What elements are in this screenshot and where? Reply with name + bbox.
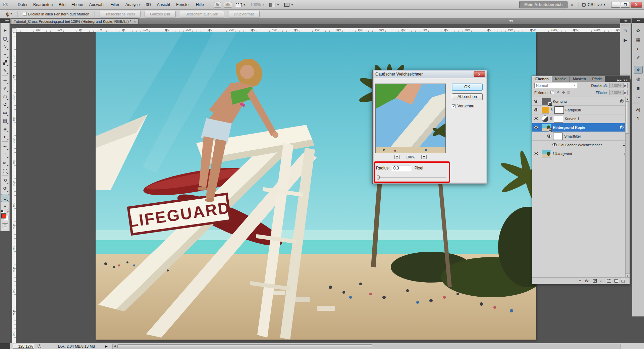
layer-thumbnail[interactable] — [542, 98, 551, 105]
eye-icon[interactable] — [534, 108, 538, 111]
pen-tool[interactable]: ✒ — [1, 142, 9, 150]
layer-mask-thumbnail[interactable] — [554, 115, 563, 122]
slider-track[interactable] — [377, 177, 446, 178]
new-group-icon[interactable] — [607, 280, 611, 283]
opacity-slider-button[interactable]: ▶ — [624, 83, 628, 88]
workspace-expander[interactable]: » — [571, 2, 573, 7]
hscroll-thumb[interactable] — [117, 344, 372, 348]
paragraph-panel-icon[interactable]: ¶ — [634, 114, 643, 122]
type-tool[interactable]: T — [1, 150, 9, 158]
filter-preview[interactable] — [375, 84, 446, 153]
opacity-value[interactable]: 100% — [609, 83, 624, 88]
lock-position-icon[interactable]: ✛ — [562, 90, 565, 95]
layer-thumbnail[interactable] — [542, 107, 549, 113]
channels-panel-icon[interactable]: ◍ — [634, 75, 643, 83]
layers-panel-icon-icon[interactable]: ❖ — [634, 66, 643, 74]
layer-mask-thumbnail[interactable] — [554, 106, 564, 114]
eye-icon[interactable] — [552, 143, 557, 146]
move-tool[interactable]: ➤ — [1, 26, 9, 34]
lock-all-icon[interactable]: ⚿ — [568, 91, 570, 95]
eye-icon[interactable] — [534, 152, 538, 155]
dock-collapse-button[interactable]: ◀◀ — [632, 18, 644, 23]
history-panel-icon[interactable]: ↷ — [621, 27, 630, 35]
fill-value[interactable]: 100% — [609, 90, 624, 95]
dock-grip[interactable] — [621, 24, 630, 26]
status-zoom-field[interactable]: 128,12% — [13, 344, 34, 349]
color-panel-icon[interactable]: ✿ — [634, 27, 643, 35]
character-panel-icon[interactable]: A| — [634, 105, 643, 113]
eyedropper-tool[interactable]: ✎ — [1, 66, 9, 74]
cs-live-dropdown[interactable]: CS Live ▼ — [582, 2, 606, 7]
bridge-button[interactable]: Br — [214, 2, 221, 8]
layer-row[interactable]: 8Farbpush — [532, 106, 630, 114]
layer-thumbnail[interactable] — [542, 150, 551, 157]
eraser-tool[interactable]: ▭ — [1, 108, 9, 116]
default-colors-icon[interactable] — [2, 211, 4, 213]
zoom-in-button[interactable]: + — [421, 155, 427, 159]
layer-style-icon[interactable]: fx. — [585, 279, 589, 283]
layer-thumbnail[interactable] — [553, 133, 562, 140]
radius-input[interactable] — [392, 165, 411, 171]
delete-layer-icon[interactable] — [622, 280, 625, 283]
swap-colors-icon[interactable]: ⇄ — [7, 210, 9, 213]
visibility-cell[interactable] — [532, 123, 540, 132]
crop-tool[interactable]: ▞ — [1, 58, 9, 66]
menu-analyse[interactable]: Analyse — [122, 0, 143, 10]
visibility-cell[interactable] — [532, 141, 540, 149]
clone-stamp-tool[interactable]: ☖ — [1, 92, 9, 100]
tab-pfade[interactable]: Pfade — [589, 76, 605, 82]
visibility-cell[interactable] — [532, 97, 540, 105]
menu-ansicht[interactable]: Ansicht — [154, 0, 173, 10]
option-button-0[interactable]: Tatsächliche Pixel — [100, 11, 140, 17]
quick-mask-button[interactable] — [2, 223, 8, 228]
add-mask-icon[interactable] — [593, 279, 597, 283]
dialog-close-button[interactable]: x — [474, 71, 485, 77]
document-tab[interactable]: Tutorial_Cross Processing.psd bei 128% (… — [11, 18, 139, 24]
adjustment-layer-icon[interactable]: ◐. — [600, 279, 603, 283]
brush-presets-panel-icon[interactable]: ✐ — [634, 54, 643, 62]
dodge-tool[interactable]: ◐ — [1, 133, 9, 141]
radius-slider[interactable] — [377, 176, 446, 180]
options-grip[interactable] — [1, 11, 3, 17]
mini-bridge-button[interactable]: Mb — [224, 2, 232, 8]
tools-collapse-button[interactable]: ▶▶ — [0, 18, 10, 23]
tab-kanäle[interactable]: Kanäle — [552, 76, 570, 82]
quick-selection-tool[interactable]: ✶ — [1, 50, 9, 58]
menu-hilfe[interactable]: Hilfe — [193, 0, 207, 10]
3d-orbit-tool[interactable]: ⟳ — [1, 184, 9, 192]
ruler-origin-box[interactable] — [12, 28, 16, 32]
arrange-documents-dropdown[interactable]: ▼ — [269, 3, 279, 7]
dock-grip[interactable] — [633, 63, 643, 65]
path-selection-tool[interactable]: ▻ — [1, 158, 9, 166]
layer-row[interactable]: Körnung▼ — [532, 97, 630, 106]
preview-checkbox[interactable] — [452, 104, 455, 108]
lasso-tool[interactable]: ∿ — [1, 42, 9, 50]
zoom-tool[interactable]: ⚲ — [1, 202, 9, 210]
screen-mode-dropdown[interactable]: ▼ — [284, 3, 293, 7]
visibility-cell[interactable] — [532, 114, 540, 123]
history-brush-tool[interactable]: ↺ — [1, 100, 9, 108]
toolbar-grip[interactable] — [1, 23, 9, 26]
horizontal-ruler[interactable]: 1501005005010015020025030035040045050055… — [16, 28, 621, 32]
brush-tool[interactable]: ✐ — [1, 84, 9, 92]
vertical-ruler[interactable]: 0501001502002503003504004505005506006507… — [12, 32, 16, 349]
masks-panel-icon[interactable]: ◙ — [634, 84, 643, 92]
zoom-level-dropdown[interactable]: 100%▼ — [250, 2, 265, 7]
blur-tool[interactable]: ◈ — [1, 124, 9, 133]
3d-rotate-tool[interactable]: ⟲ — [1, 176, 9, 184]
tool-preset-caret[interactable]: ▼ — [10, 13, 12, 15]
close-button[interactable]: X — [631, 2, 642, 8]
slider-thumb[interactable] — [377, 176, 380, 180]
visibility-cell[interactable] — [532, 106, 540, 114]
scroll-left-icon[interactable]: ◀ — [113, 345, 117, 348]
option-button-3[interactable]: Druckformat — [228, 11, 260, 17]
minimize-button[interactable]: — — [611, 2, 620, 8]
menu-auswahl[interactable]: Auswahl — [86, 0, 107, 10]
ok-button[interactable]: OK — [452, 84, 483, 91]
healing-brush-tool[interactable]: ✛ — [1, 76, 9, 84]
lock-pixels-icon[interactable]: ✐ — [556, 90, 559, 95]
shape-tool[interactable]: ◯ — [1, 166, 9, 174]
smart-filter-icon[interactable] — [620, 126, 624, 129]
scroll-all-windows-checkbox[interactable] — [23, 12, 26, 16]
visibility-cell[interactable] — [532, 132, 540, 140]
